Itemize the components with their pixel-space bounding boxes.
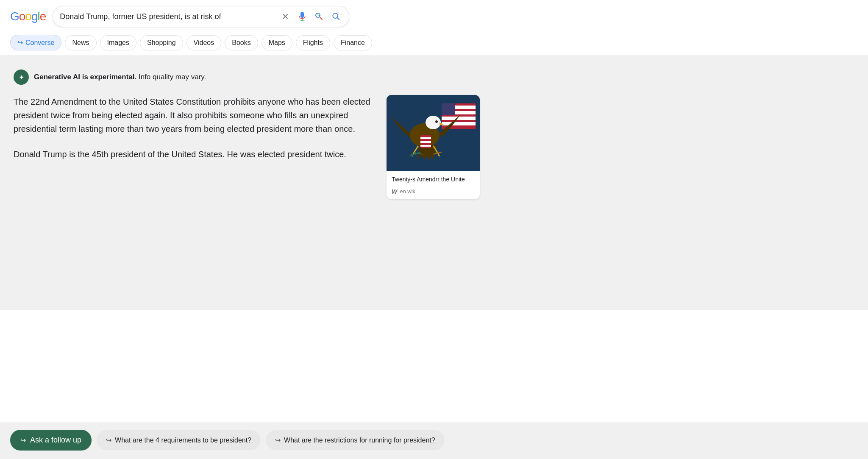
sidebar-card[interactable]: Twenty-s Amendrr the Unite W en.wik (387, 95, 480, 199)
search-bar[interactable]: Donald Trump, former US president, is at… (53, 6, 349, 27)
sidebar-image (387, 95, 480, 171)
chip-images[interactable]: Images (100, 35, 136, 50)
chip-label-finance: Finance (341, 39, 365, 47)
chip-converse[interactable]: ↪ Converse (10, 35, 61, 50)
source-url: en.wik (400, 188, 415, 195)
chip-finance[interactable]: Finance (334, 35, 372, 50)
sidebar-title-text: Twenty-s Amendrr the Unite (392, 176, 465, 183)
chip-label-shopping: Shopping (147, 39, 176, 47)
svg-rect-18 (420, 141, 431, 143)
converse-arrow-icon: ↪ (17, 39, 23, 47)
ai-disclaimer-normal: Info quality may vary. (136, 73, 206, 81)
chip-news[interactable]: News (65, 35, 96, 50)
chip-shopping[interactable]: Shopping (140, 35, 183, 50)
svg-point-1 (317, 14, 319, 15)
ai-body: The 22nd Amendment to the United States … (14, 95, 480, 199)
clear-button[interactable]: ✕ (279, 11, 291, 22)
svg-point-15 (436, 121, 437, 122)
svg-point-21 (414, 152, 417, 155)
wikipedia-icon: W (392, 188, 397, 195)
chip-videos[interactable]: Videos (186, 35, 222, 50)
ai-icon (14, 70, 29, 85)
chip-books[interactable]: Books (225, 35, 258, 50)
svg-rect-10 (442, 103, 455, 115)
ai-disclaimer: Generative AI is experimental. Info qual… (34, 73, 206, 81)
google-logo: Google (10, 10, 46, 23)
search-icon (331, 12, 341, 21)
svg-point-22 (417, 152, 420, 154)
header: Google Donald Trump, former US president… (0, 0, 868, 31)
chip-label-maps: Maps (269, 39, 285, 47)
ai-paragraph-2: Donald Trump is the 45th president of th… (14, 147, 376, 161)
lens-icon (314, 11, 324, 22)
main-content: Generative AI is experimental. Info qual… (0, 56, 868, 310)
chip-maps[interactable]: Maps (262, 35, 292, 50)
svg-rect-9 (442, 122, 476, 125)
ai-section: Generative AI is experimental. Info qual… (14, 70, 480, 199)
search-submit-button[interactable] (330, 11, 342, 22)
clear-icon: ✕ (282, 11, 289, 22)
chip-label-images: Images (107, 39, 129, 47)
chip-label-videos: Videos (194, 39, 214, 47)
ai-header: Generative AI is experimental. Info qual… (14, 70, 480, 85)
sidebar-source[interactable]: W en.wik (387, 186, 480, 199)
ai-paragraph-1: The 22nd Amendment to the United States … (14, 95, 376, 136)
ai-text: The 22nd Amendment to the United States … (14, 95, 376, 199)
ai-disclaimer-bold: Generative AI is experimental. (34, 73, 136, 81)
chip-label-flights: Flights (303, 39, 323, 47)
svg-rect-17 (420, 137, 431, 139)
chip-label-news: News (72, 39, 89, 47)
mic-icon (297, 11, 307, 22)
svg-rect-19 (420, 145, 431, 147)
voice-search-button[interactable] (296, 11, 308, 22)
svg-point-2 (319, 15, 320, 16)
chip-label-books: Books (232, 39, 250, 47)
lens-search-button[interactable] (313, 11, 325, 22)
svg-point-12 (426, 116, 441, 129)
ai-sidebar: Twenty-s Amendrr the Unite W en.wik (387, 95, 480, 199)
chip-label-converse: Converse (25, 39, 54, 47)
search-icons: ✕ (279, 11, 342, 22)
sidebar-title: Twenty-s Amendrr the Unite (387, 171, 480, 186)
svg-point-20 (411, 154, 413, 156)
filter-bar: ↪ Converse News Images Shopping Videos B… (0, 31, 868, 56)
chip-flights[interactable]: Flights (296, 35, 330, 50)
search-query-text: Donald Trump, former US president, is at… (60, 12, 274, 21)
